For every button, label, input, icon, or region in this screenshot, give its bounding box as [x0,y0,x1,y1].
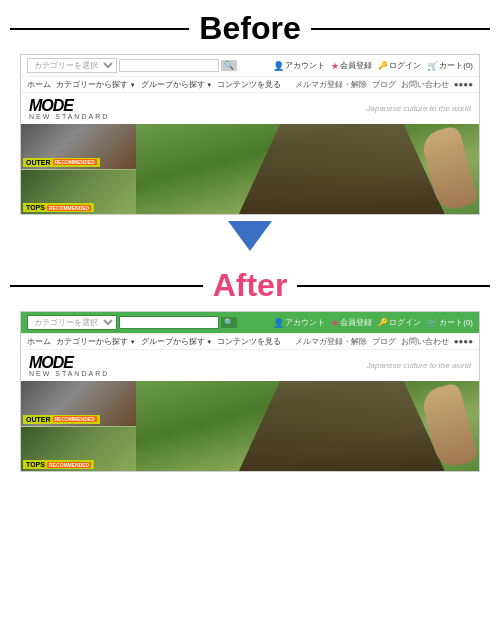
after-login-icon [378,318,388,327]
before-mockup: カテゴリーを選択 🔍 アカウント 会員登録 ログイン [20,54,480,215]
after-social-icons: ●●●● [454,337,473,346]
before-login-link[interactable]: ログイン [378,60,421,71]
before-title-line-left [10,28,189,30]
after-outer-text: OUTER [26,416,51,423]
before-header-top: カテゴリーを選択 🔍 アカウント 会員登録 ログイン [21,55,479,77]
transition-arrow-down [228,221,272,251]
before-category-select[interactable]: カテゴリーを選択 [27,58,117,73]
before-cart-icon [427,61,438,71]
before-title-line-right [311,28,490,30]
before-logo-sub: NEW STANDARD [29,113,109,120]
before-tagline: Japanese culture to the world [366,104,471,113]
after-tagline: Japanese culture to the world [366,361,471,370]
after-nav-inquiry[interactable]: お問い合わせ [401,336,449,347]
after-thumb-col: OUTER RECOMMENDED TOPS RECOMMENDED [21,381,136,471]
before-cart-label: カート(0) [439,60,473,71]
after-nav-bar: ホーム カテゴリーから探す グループから探す コンテンツを見る メルマガ登録・解… [21,334,479,350]
before-nav-content[interactable]: コンテンツを見る [217,79,281,90]
after-account-label: アカウント [285,317,325,328]
before-nav-bar: ホーム カテゴリーから探す グループから探す コンテンツを見る メルマガ登録・解… [21,77,479,93]
after-logo: MODE NEW STANDARD [29,354,109,377]
before-tops-label: TOPS RECOMMENDED [23,203,94,212]
before-cart-link[interactable]: カート(0) [427,60,473,71]
before-nav-category[interactable]: カテゴリーから探す [56,79,136,90]
after-member-label: 会員登録 [340,317,372,328]
after-nav-category[interactable]: カテゴリーから探す [56,336,136,347]
after-outer-label: OUTER RECOMMENDED [23,415,100,424]
before-left-nav: ホーム カテゴリーから探す グループから探す コンテンツを見る [27,79,281,90]
after-cart-icon [427,318,438,328]
before-nav-group[interactable]: グループから探す [141,79,213,90]
before-member-icon [331,61,339,71]
after-label: After [213,267,288,304]
after-right-nav: メルマガ登録・解除 ブログ お問い合わせ ●●●● [295,336,473,347]
before-login-label: ログイン [389,60,421,71]
before-thumb-col: OUTER RECOMMENDED TOPS RECOMMENDED [21,124,136,214]
before-logo: MODE NEW STANDARD [29,97,109,120]
after-tops-rec: RECOMMENDED [47,462,91,468]
before-label: Before [199,10,300,47]
before-section: カテゴリーを選択 🔍 アカウント 会員登録 ログイン [0,52,500,215]
after-mockup: カテゴリーを選択 🔍 アカウント 会員登録 ログイン [20,311,480,472]
after-tops-text: TOPS [26,461,45,468]
after-hero: OUTER RECOMMENDED TOPS RECOMMENDED [21,381,479,471]
before-login-icon [378,61,388,70]
before-member-label: 会員登録 [340,60,372,71]
after-member-link[interactable]: 会員登録 [331,317,372,328]
before-nav-mail[interactable]: メルマガ登録・解除 [295,79,367,90]
before-member-link[interactable]: 会員登録 [331,60,372,71]
after-login-label: ログイン [389,317,421,328]
before-search-button[interactable]: 🔍 [221,60,237,71]
after-hero-person [239,381,445,471]
transition-arrow-container [0,215,500,257]
after-logo-area: MODE NEW STANDARD Japanese culture to th… [21,350,479,381]
after-category-select[interactable]: カテゴリーを選択 [27,315,117,330]
after-login-link[interactable]: ログイン [378,317,421,328]
before-tops-rec: RECOMMENDED [47,205,91,211]
after-member-icon [331,318,339,328]
after-nav-icons: アカウント 会員登録 ログイン カート(0) [273,317,473,328]
after-section: カテゴリーを選択 🔍 アカウント 会員登録 ログイン [0,309,500,472]
before-title: Before [0,0,500,52]
before-tops-text: TOPS [26,204,45,211]
before-hero-person [239,124,445,214]
before-hero: OUTER RECOMMENDED TOPS RECOMMENDED [21,124,479,214]
before-tops-thumb: TOPS RECOMMENDED [21,170,136,215]
before-right-nav: メルマガ登録・解除 ブログ お問い合わせ ●●●● [295,79,473,90]
after-cart-label: カート(0) [439,317,473,328]
after-tops-thumb: TOPS RECOMMENDED [21,427,136,472]
after-outer-thumb: OUTER RECOMMENDED [21,381,136,426]
after-outer-rec: RECOMMENDED [53,416,97,422]
before-nav-home[interactable]: ホーム [27,79,51,90]
before-outer-label: OUTER RECOMMENDED [23,158,100,167]
after-nav-blog[interactable]: ブログ [372,336,396,347]
after-nav-home[interactable]: ホーム [27,336,51,347]
after-header-top: カテゴリーを選択 🔍 アカウント 会員登録 ログイン [21,312,479,334]
after-person-icon [273,318,284,328]
before-social-icons: ●●●● [454,80,473,89]
after-title-line-right [297,285,490,287]
after-logo-sub: NEW STANDARD [29,370,109,377]
after-nav-content[interactable]: コンテンツを見る [217,336,281,347]
before-hero-main [136,124,479,214]
before-nav-inquiry[interactable]: お問い合わせ [401,79,449,90]
after-search-input[interactable] [119,316,219,329]
after-nav-group[interactable]: グループから探す [141,336,213,347]
after-hero-main [136,381,479,471]
before-person-icon [273,61,284,71]
after-account-link[interactable]: アカウント [273,317,325,328]
after-cart-link[interactable]: カート(0) [427,317,473,328]
after-search-area: カテゴリーを選択 🔍 [27,315,237,330]
before-account-link[interactable]: アカウント [273,60,325,71]
after-nav-mail[interactable]: メルマガ登録・解除 [295,336,367,347]
after-left-nav: ホーム カテゴリーから探す グループから探す コンテンツを見る [27,336,281,347]
before-search-input[interactable] [119,59,219,72]
after-title: After [0,257,500,309]
before-outer-rec: RECOMMENDED [53,159,97,165]
after-search-button[interactable]: 🔍 [221,317,237,328]
before-nav-icons: アカウント 会員登録 ログイン カート(0) [273,60,473,71]
before-nav-blog[interactable]: ブログ [372,79,396,90]
before-outer-text: OUTER [26,159,51,166]
before-search-area: カテゴリーを選択 🔍 [27,58,237,73]
after-title-line-left [10,285,203,287]
